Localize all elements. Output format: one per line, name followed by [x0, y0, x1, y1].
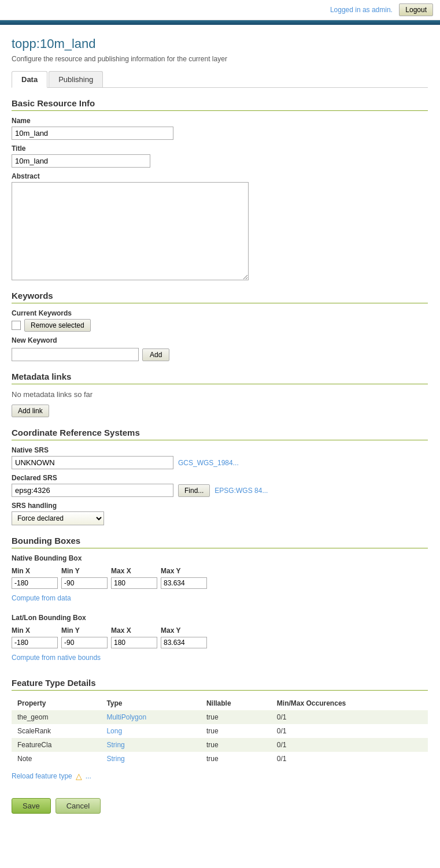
abstract-textarea[interactable]	[12, 182, 249, 280]
col-nillable: Nillable	[201, 696, 271, 710]
cell-minmax: 0/1	[271, 738, 428, 752]
title-input[interactable]	[12, 154, 150, 168]
native-srs-link[interactable]: GCS_WGS_1984...	[178, 459, 239, 467]
new-keyword-input[interactable]	[12, 348, 139, 361]
native-srs-row: GCS_WGS_1984...	[12, 456, 428, 469]
cell-minmax: 0/1	[271, 752, 428, 766]
native-maxx-input[interactable]	[111, 577, 157, 589]
logout-button[interactable]: Logout	[399, 3, 433, 16]
native-maxx-header: Max X	[111, 566, 161, 576]
keywords-header: Keywords	[12, 291, 428, 303]
latlon-bbox-table: Min X Min Y Max X Max Y	[12, 625, 210, 650]
feature-type-table: Property Type Nillable Min/Max Occurence…	[12, 696, 428, 766]
table-row: NoteStringtrue0/1	[12, 752, 428, 766]
native-maxy-header: Max Y	[161, 566, 210, 576]
page-title: topp:10m_land	[12, 36, 428, 51]
topbar: Logged in as admin. Logout	[0, 0, 440, 20]
reload-row: Reload feature type △ ...	[12, 771, 428, 781]
keyword-checkbox[interactable]	[12, 321, 21, 330]
col-minmax: Min/Max Occurences	[271, 696, 428, 710]
latlon-bbox-label: Lat/Lon Bounding Box	[12, 614, 428, 622]
latlon-minx-header: Min X	[12, 625, 61, 636]
latlon-miny-header: Min Y	[61, 625, 111, 636]
cell-nillable: true	[201, 752, 271, 766]
new-keyword-row: Add	[12, 348, 428, 361]
title-label: Title	[12, 144, 428, 153]
save-button[interactable]: Save	[12, 798, 51, 814]
latlon-maxy-header: Max Y	[161, 625, 210, 636]
reload-feature-type-link[interactable]: Reload feature type	[12, 772, 72, 780]
cell-property: FeatureCla	[12, 738, 101, 752]
col-property: Property	[12, 696, 101, 710]
cell-property: Note	[12, 752, 101, 766]
native-maxy-input[interactable]	[161, 577, 207, 589]
crs-header: Coordinate Reference Systems	[12, 428, 428, 440]
cell-nillable: true	[201, 710, 271, 724]
native-bbox-table: Min X Min Y Max X Max Y	[12, 566, 210, 590]
add-keyword-button[interactable]: Add	[142, 348, 169, 361]
cell-type: MultiPolygon	[101, 710, 201, 724]
srs-handling-select[interactable]: Force declared Keep native Reproject nat…	[12, 511, 104, 525]
basic-resource-info-header: Basic Resource Info	[12, 98, 428, 111]
native-miny-header: Min Y	[61, 566, 111, 576]
native-miny-input[interactable]	[61, 577, 108, 589]
cell-minmax: 0/1	[271, 724, 428, 738]
cell-nillable: true	[201, 738, 271, 752]
page-subtitle: Configure the resource and publishing in…	[12, 55, 428, 63]
table-row: ScaleRankLongtrue0/1	[12, 724, 428, 738]
add-link-button[interactable]: Add link	[12, 405, 49, 417]
native-srs-input[interactable]	[12, 456, 173, 469]
type-link[interactable]: String	[106, 741, 124, 749]
table-row: the_geomMultiPolygontrue0/1	[12, 710, 428, 724]
tab-publishing[interactable]: Publishing	[49, 71, 103, 87]
cell-minmax: 0/1	[271, 710, 428, 724]
cancel-button[interactable]: Cancel	[56, 798, 101, 814]
table-row: FeatureClaStringtrue0/1	[12, 738, 428, 752]
feature-type-header: Feature Type Details	[12, 678, 428, 691]
cell-type: String	[101, 752, 201, 766]
logged-in-text: Logged in as admin.	[330, 6, 393, 14]
native-minx-input[interactable]	[12, 577, 58, 589]
declared-srs-label: Declared SRS	[12, 474, 428, 482]
latlon-maxy-input[interactable]	[161, 637, 207, 648]
declared-srs-link[interactable]: EPSG:WGS 84...	[215, 487, 268, 495]
latlon-maxx-header: Max X	[111, 625, 161, 636]
cell-type: String	[101, 738, 201, 752]
native-srs-label: Native SRS	[12, 446, 428, 454]
latlon-miny-input[interactable]	[61, 637, 108, 648]
tab-data[interactable]: Data	[12, 71, 47, 88]
current-keywords-label: Current Keywords	[12, 309, 428, 317]
latlon-maxx-input[interactable]	[111, 637, 157, 648]
find-srs-button[interactable]: Find...	[178, 484, 210, 497]
latlon-minx-input[interactable]	[12, 637, 58, 648]
type-link[interactable]: String	[106, 755, 124, 763]
warning-icon: △	[76, 771, 82, 781]
metadata-links-header: Metadata links	[12, 372, 428, 384]
native-minx-header: Min X	[12, 566, 61, 576]
footer-buttons: Save Cancel	[12, 792, 428, 825]
abstract-label: Abstract	[12, 172, 428, 180]
native-bbox-label: Native Bounding Box	[12, 554, 428, 562]
no-metadata-text: No metadata links so far	[12, 390, 428, 399]
new-keyword-label: New Keyword	[12, 336, 428, 344]
col-type: Type	[101, 696, 201, 710]
compute-from-native-link[interactable]: Compute from native bounds	[12, 654, 101, 662]
bounding-boxes-header: Bounding Boxes	[12, 536, 428, 548]
keywords-list: Remove selected	[12, 319, 428, 332]
header-bar	[0, 20, 440, 25]
more-link[interactable]: ...	[86, 772, 91, 780]
srs-handling-label: SRS handling	[12, 502, 428, 510]
type-link[interactable]: MultiPolygon	[106, 713, 146, 721]
cell-type: Long	[101, 724, 201, 738]
remove-selected-button[interactable]: Remove selected	[24, 319, 91, 332]
tabs: Data Publishing	[12, 71, 428, 88]
cell-nillable: true	[201, 724, 271, 738]
cell-property: ScaleRank	[12, 724, 101, 738]
name-input[interactable]	[12, 127, 173, 140]
declared-srs-input[interactable]	[12, 484, 173, 497]
declared-srs-row: Find... EPSG:WGS 84...	[12, 484, 428, 497]
cell-property: the_geom	[12, 710, 101, 724]
compute-from-data-link[interactable]: Compute from data	[12, 594, 71, 602]
name-label: Name	[12, 117, 428, 125]
type-link[interactable]: Long	[106, 727, 122, 735]
